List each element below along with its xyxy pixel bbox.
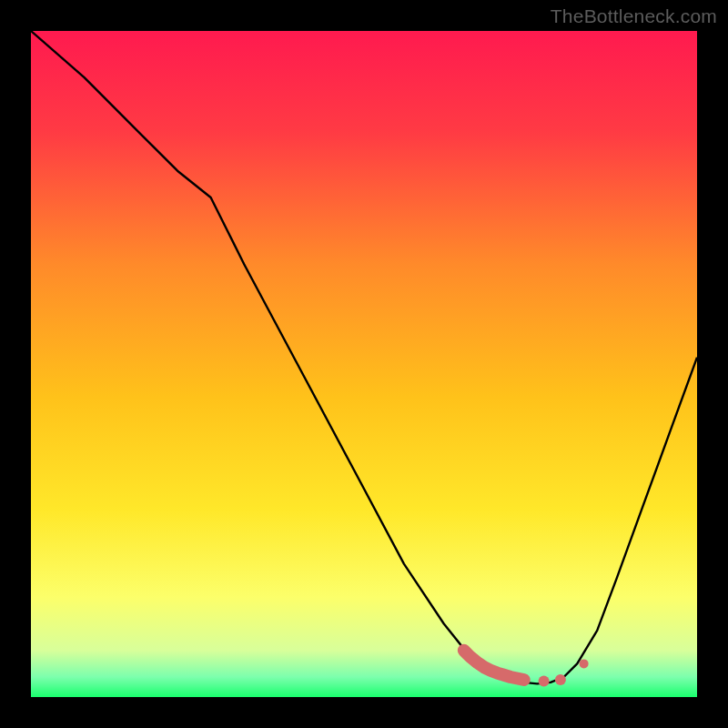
- highlight-segment: [464, 651, 524, 680]
- highlight-dot-1: [539, 675, 550, 686]
- series-bottleneck-curve: [31, 31, 697, 683]
- highlight-dot-3: [580, 659, 589, 668]
- watermark-text: TheBottleneck.com: [551, 5, 717, 27]
- highlight-dot-2: [555, 674, 566, 685]
- chart-plot: [31, 31, 697, 697]
- chart-frame: [31, 31, 697, 697]
